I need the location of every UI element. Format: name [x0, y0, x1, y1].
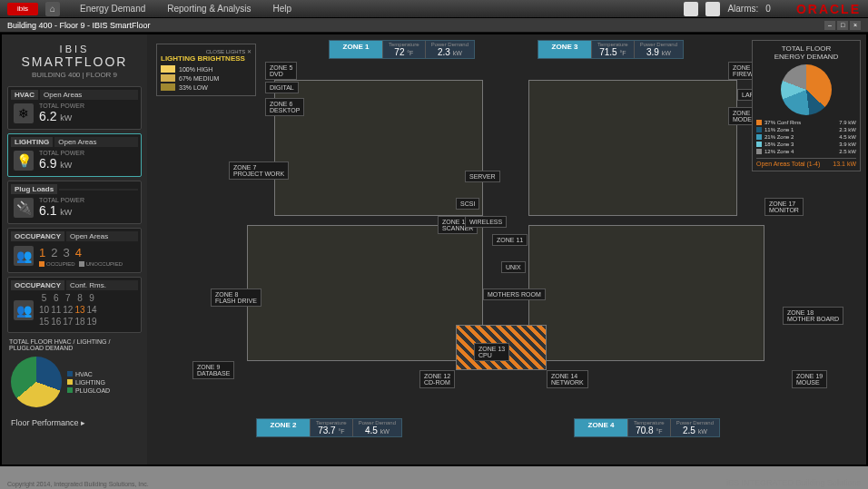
occ-conf-12: 12: [63, 305, 73, 315]
occ-leg-occupied: OCCUPIED: [46, 261, 75, 267]
left-chart-panel: TOTAL FLOOR HVAC / LIGHTING / PLUGLOAD D…: [7, 337, 142, 411]
z4-pow: 2.5: [683, 425, 695, 435]
lighting-name: LIGHTING: [11, 137, 53, 147]
total-value: 13.1 kW: [833, 161, 856, 167]
zone-label-z10c: WIRELESS: [465, 216, 507, 228]
legend-hvac: HVAC: [75, 371, 93, 377]
minimize-icon[interactable]: –: [824, 21, 835, 30]
brightness-med: 67% MEDIUM: [179, 75, 219, 82]
z1-pow: 2.3: [438, 47, 450, 57]
hvac-name: HVAC: [11, 90, 38, 100]
hvac-panel[interactable]: HVACOpen Areas ❄ TOTAL POWER6.2 kW: [7, 86, 142, 130]
occ-conf-18: 18: [74, 317, 84, 327]
maximize-icon[interactable]: □: [837, 21, 848, 30]
brightness-title: LIGHTING BRIGHTNESS: [161, 54, 252, 63]
occ-conf-8: 8: [74, 293, 84, 303]
close-lights-button[interactable]: CLOSE LIGHTS ✕: [161, 48, 252, 54]
brightness-high: 100% HIGH: [179, 66, 212, 73]
window-title: Building 400 - Floor 9 - IBIS SmartFloor: [7, 21, 151, 30]
user-icon[interactable]: [705, 2, 720, 16]
pie-chart-right: [781, 64, 832, 115]
zone-1-name: ZONE 1: [330, 41, 382, 58]
app-name-2: SMARTFLOOR: [7, 54, 142, 69]
legend-row: 12% Zone 42.5 kW: [756, 148, 856, 155]
legend-plugload: PLUGLOAD: [75, 387, 110, 394]
brightness-panel: CLOSE LIGHTS ✕ LIGHTING BRIGHTNESS 100% …: [156, 44, 256, 96]
occ-conf-7: 7: [63, 293, 73, 303]
zone-3-stats: ZONE 3 Temperature71.5 °F Power Demand3.…: [538, 40, 684, 59]
plug-panel[interactable]: Plug Loads 🔌 TOTAL POWER6.1 kW: [7, 181, 142, 224]
hvac-value: 6.2: [39, 109, 56, 123]
building-label: BUILDING 400: [32, 71, 80, 79]
z3-pow: 3.9: [646, 47, 659, 57]
floor-performance-link[interactable]: Floor Performance ▸: [7, 415, 142, 431]
z1-temp: 72: [394, 47, 404, 57]
menu-help[interactable]: Help: [262, 4, 303, 14]
hvac-power-label: TOTAL POWER: [39, 103, 135, 109]
occupancy-conf-panel[interactable]: OCCUPANCYConf. Rms. 👥 567891011121314151…: [7, 277, 142, 333]
zone-3-area[interactable]: [528, 80, 737, 216]
zone-label-z9: ZONE 9 DATABASE: [192, 361, 234, 379]
legend-row: 11% Zone 12.3 kW: [756, 126, 856, 133]
alert-icon[interactable]: [684, 2, 698, 16]
floorplan-canvas[interactable]: CLOSE LIGHTS ✕ LIGHTING BRIGHTNESS 100% …: [147, 34, 866, 465]
zone-1-area[interactable]: [274, 80, 483, 216]
floor-label: FLOOR 9: [86, 71, 117, 79]
zone-label-z18: ZONE 18 MOTHER BOARD: [783, 307, 843, 325]
occ-open-sub: Open Areas: [66, 231, 138, 241]
z3-temp: 71.5: [599, 47, 616, 57]
zone-label-z8: ZONE 8 FLASH DRIVE: [211, 289, 261, 307]
zone-4-area[interactable]: [528, 225, 764, 361]
occ-1: 1: [39, 246, 45, 259]
plug-name: Plug Loads: [11, 184, 57, 194]
plug-unit: kW: [60, 208, 72, 217]
menu-reporting[interactable]: Reporting & Analysis: [156, 4, 261, 14]
occ-leg-unoccupied: UNOCCUPIED: [86, 261, 123, 267]
occ-conf-13: 13: [74, 305, 84, 315]
topbar: ibis ⌂ Energy Demand Reporting & Analysi…: [0, 0, 868, 18]
sidebar: IBIS SMARTFLOOR BUILDING 400 | FLOOR 9 H…: [2, 34, 147, 465]
occ-conf-9: 9: [87, 293, 97, 303]
lighting-unit: kW: [60, 161, 72, 170]
ibis-logo: ibis: [7, 3, 38, 15]
lighting-value: 6.9: [39, 156, 56, 171]
legend-row: 21% Zone 24.5 kW: [756, 133, 856, 141]
zone-label-z11a: UNIX: [501, 261, 526, 273]
zone-3-name: ZONE 3: [538, 41, 591, 58]
close-icon[interactable]: ×: [850, 21, 861, 30]
lighting-power-label: TOTAL POWER: [39, 150, 135, 156]
plug-sub: [59, 189, 138, 191]
zone-label-z10a: SERVER: [465, 171, 500, 182]
hvac-unit: kW: [60, 113, 72, 122]
zone-label-z10b: SCSI: [456, 198, 479, 210]
pie-chart-left: [11, 357, 62, 407]
occupancy-open-panel[interactable]: OCCUPANCYOpen Areas 👥 1 2 3 4 OCCUPIEDUN…: [7, 228, 142, 273]
ibs-logo: iBS INTEGRATED Building Solutions: [726, 478, 861, 487]
home-icon[interactable]: ⌂: [45, 2, 60, 16]
copyright: Copyright 2014, Integrated Building Solu…: [7, 481, 149, 487]
zone-label-z6: ZONE 6 DESKTOP: [265, 98, 304, 116]
zone-2-name: ZONE 2: [257, 419, 310, 436]
zone-1-stats: ZONE 1 Temperature72 °F Power Demand2.3 …: [329, 40, 475, 59]
occ-conf-5: 5: [39, 293, 49, 303]
zone-2-area[interactable]: [247, 225, 483, 361]
occ-conf-15: 15: [39, 317, 49, 327]
occ-conf-11: 11: [51, 305, 61, 315]
occ-conf-14: 14: [87, 305, 97, 315]
lighting-panel[interactable]: LIGHTINGOpen Areas 💡 TOTAL POWER6.9 kW: [7, 133, 142, 177]
legend-row: 18% Zone 33.9 kW: [756, 141, 856, 148]
hvac-sub: Open Areas: [40, 90, 138, 100]
alarms-label: Alarms:: [727, 4, 758, 14]
occ-conf-19: 19: [87, 317, 97, 327]
z4-temp: 70.8: [636, 425, 653, 435]
occ-conf-16: 16: [51, 317, 61, 327]
lighting-sub: Open Areas: [54, 137, 138, 147]
zone-label-z17: ZONE 17 MONITOR: [764, 198, 804, 216]
occ-open-name: OCCUPANCY: [11, 231, 64, 241]
menu-energy[interactable]: Energy Demand: [69, 4, 156, 14]
oracle-logo: ORACLE: [796, 2, 861, 16]
legend-row: 37% Conf Rms7.9 kW: [756, 119, 856, 126]
occ-conf-10: 10: [39, 305, 49, 315]
zone-label-z5b: DIGITAL: [265, 82, 299, 93]
zone-label-z11b: MOTHERS ROOM: [483, 289, 546, 300]
